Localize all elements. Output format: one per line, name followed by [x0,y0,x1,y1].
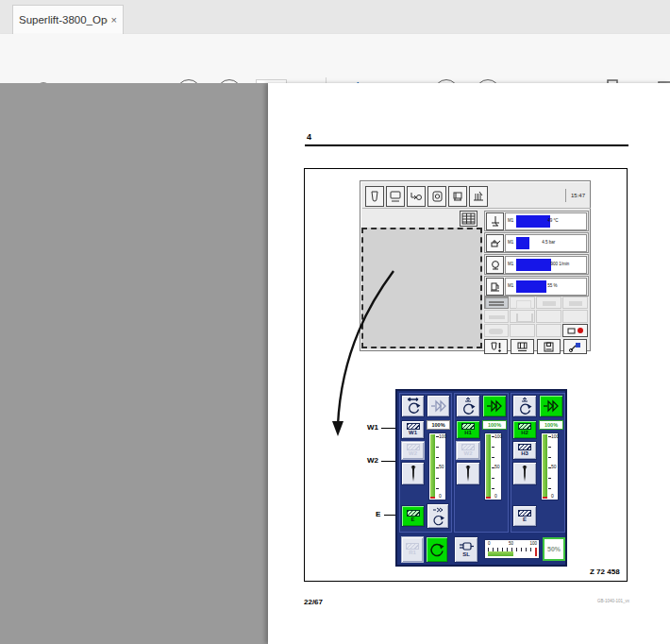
scale-tick-50: 50 [551,465,557,469]
w1-label: W1 [409,430,417,436]
tab-close-icon[interactable]: × [111,14,117,25]
h3-button: H3 [512,441,537,460]
sl-label: SL [462,551,470,558]
control-panel: W1 W2 E 100% 100 50 0 H1 W2 100% 100 [395,389,567,567]
pump-icon [486,278,504,296]
page-footer: 22/67 [304,598,323,606]
scale-tick-0: 0 [551,494,554,499]
gauge-bar [516,237,529,249]
grid-cell [536,324,561,337]
callout-e: E [376,510,380,518]
fast-forward-button-2-green [482,395,507,417]
callout-line-w1 [381,428,395,429]
machine-status-button [511,339,534,354]
hmi-clock-divider [565,189,566,202]
grid-row [484,310,589,323]
hmi-bobbin-icon [365,186,384,207]
hatch-icon [518,423,531,430]
motor-icon [486,256,504,274]
percent-label-3: 100% [539,420,563,430]
gauge-value: 4.5 bar [542,240,555,245]
grid-cell [510,324,535,337]
gauge-bar [516,259,551,271]
w2-button-col2-disabled: W2 [456,441,480,460]
w2-label: W2 [464,450,473,457]
scale-tick-0: 0 [494,494,497,499]
hgauge-tick-100: 100 [529,541,537,546]
pdf-toolbar: / 68 46.7% ▾ ▾ [0,34,670,84]
r1-label: R1 [409,550,416,556]
hatch-icon [406,543,419,550]
scale-tick-50: 50 [439,465,444,469]
needle-button-2 [456,462,480,485]
e-label: E [410,517,414,523]
fast-forward-button-3-green [539,395,563,417]
horizontal-gauge: 0 50 100 [484,539,540,559]
scale-tick-50: 50 [494,465,500,469]
h1-label: H1 [464,430,472,436]
scale-tick-100: 100 [551,434,559,439]
needle-button-1 [401,462,425,485]
hatch-icon [518,510,531,517]
document-tab[interactable]: Superlift-3800_Ope... × [12,5,124,34]
red-status-icon [578,328,583,333]
hmi-bottom-buttons [484,339,589,354]
hatch-icon [407,444,420,450]
service-button [563,339,587,354]
w1-button: W1 [401,420,425,439]
oil-can-icon [486,234,504,252]
needle-cooling-icon [486,212,504,230]
h2-label: H2 [521,430,528,436]
h2-button-green: H2 [512,420,537,439]
hatch-icon [407,423,420,430]
gauge-value: 55 % [547,283,557,288]
callout-line-w2 [381,461,395,462]
rotate-up-button-2 [456,395,480,417]
hmi-toolbar: 15:47 [362,184,591,209]
hmi-gauge-panel: M1 49 °C M1 4.5 bar M1 900 1/min [484,211,589,297]
save-button-icon [537,339,561,354]
hatch-icon [461,423,475,430]
scale-1: 100 50 0 [428,432,446,500]
e-button-green: E [401,505,425,527]
hmi-bobbin-case-icon [427,186,446,207]
fast-forward-button-1 [427,395,450,417]
grid-cell [510,297,535,309]
gauge-tag: M1 [508,262,513,266]
grid-cell [484,324,509,337]
e-button-col3: E [512,505,537,527]
callout-w2: W2 [367,456,378,465]
chapter-number: 4 [307,132,311,142]
rotate-up-button-3 [512,395,537,417]
hmi-comb-icon [469,186,488,207]
hatch-icon [461,444,475,450]
grid-row [484,297,589,309]
hmi-frame-icon [386,186,405,207]
grid-cell [562,310,588,323]
hmi-screenshot: 15:47 M1 49 °C M1 4.5 bar [360,180,591,351]
sl-button: SL [454,536,478,563]
figure-code: Z 72 458 [590,568,620,576]
hatch-icon [518,444,531,450]
hmi-gauge-row: M1 900 1/min [484,254,589,275]
grid-cell [562,297,588,309]
gauge-tag: M1 [508,283,513,288]
callout-w1: W1 [367,423,378,432]
hmi-gauge-row: M1 55 % [484,276,589,297]
scale-2: 100 50 0 [484,432,502,500]
hmi-return-bobbin-icon [407,186,426,207]
rotate-forward-small-button [427,503,449,529]
needle-button-3 [512,462,537,485]
percent-label-2: 100% [482,420,507,430]
hmi-clock: 15:47 [571,193,585,198]
gauge-bar [516,280,546,293]
hatch-icon [407,510,420,517]
gauge-value: 49 °C [547,218,558,223]
monitor-alarm-button [562,324,588,337]
hgauge-tick-50: 50 [509,541,513,546]
bobbin-alert-button [484,339,508,354]
document-code: GB-1040-101_vx [597,599,629,603]
scale-3: 100 50 0 [541,432,559,500]
rotate-button-green [426,536,448,563]
grid-cell [484,310,509,323]
